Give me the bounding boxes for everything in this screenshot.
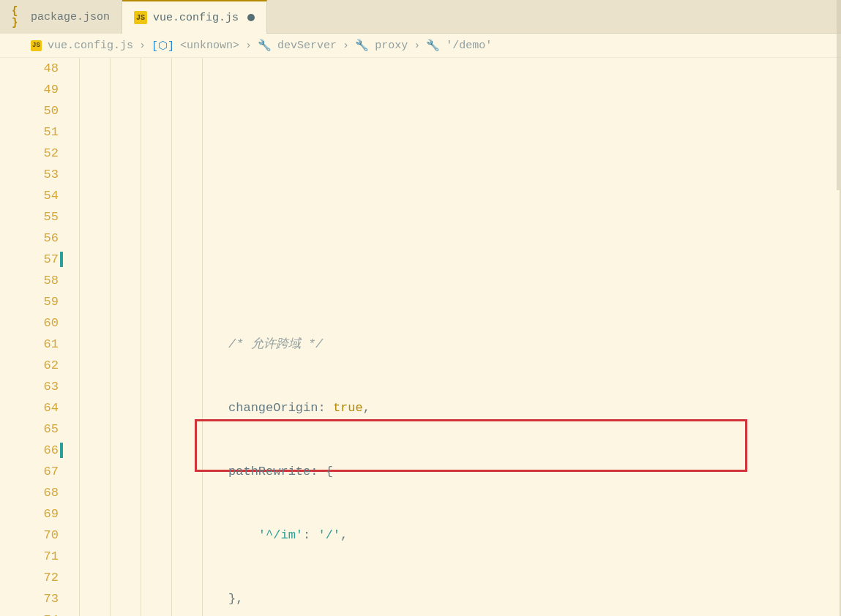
line-number: 69 [0,503,59,525]
code-line[interactable]: changeOrigin: true, [79,397,841,418]
line-number: 71 [0,546,59,567]
line-number: 65 [0,418,59,440]
line-number: 56 [0,228,59,249]
line-number: 60 [0,312,59,334]
chevron-right-icon: › [343,40,349,52]
code-area[interactable]: /* 允许跨域 */ changeOrigin: true, pathRewri… [70,58,841,616]
breadcrumb-seg[interactable]: devServer [277,40,337,52]
line-number: 68 [0,482,59,503]
line-number: 67 [0,461,59,482]
line-number: 53 [0,164,59,185]
line-number: 73 [0,588,59,609]
chevron-right-icon: › [245,40,252,52]
line-number: 61 [0,334,59,355]
tab-vue-config[interactable]: JS vue.config.js [122,0,267,34]
module-icon: [⬡] [152,39,174,53]
wrench-icon: 🔧 [355,39,369,53]
chevron-right-icon: › [139,40,146,52]
line-number: 72 [0,567,59,588]
js-icon: JS [134,11,147,24]
chevron-right-icon: › [414,40,420,52]
line-number: 58 [0,270,59,291]
line-number: 55 [0,206,59,228]
tabs-bar: { } package.json JS vue.config.js [0,0,841,34]
breadcrumb-file[interactable]: vue.config.js [48,40,133,52]
line-number: 49 [0,79,59,100]
breadcrumb[interactable]: JS vue.config.js › [⬡] <unknown> › 🔧 dev… [0,34,841,58]
line-number: 70 [0,525,59,546]
tab-modified-indicator-icon [247,14,255,21]
editor: 48 49 50 51 52 53 54 55 56 57 58 59 60 6… [0,58,841,616]
code-line[interactable]: }, [79,588,841,609]
code-line[interactable]: /* 允许跨域 */ [79,334,841,355]
line-number: 63 [0,376,59,397]
line-number: 50 [0,100,59,121]
json-icon: { } [12,10,25,23]
code-line[interactable]: '^/im': '/', [79,525,841,546]
wrench-icon: 🔧 [426,39,440,53]
tab-package-json[interactable]: { } package.json [0,0,122,34]
line-number: 48 [0,58,59,79]
tab-label: package.json [31,11,110,23]
breadcrumb-seg[interactable]: <unknown> [180,40,239,52]
line-number: 62 [0,355,59,376]
line-number: 66 [0,440,59,461]
line-number: 51 [0,121,59,143]
line-number: 57 [0,249,59,270]
wrench-icon: 🔧 [258,39,272,53]
line-number: 74 [0,609,59,616]
breadcrumb-seg[interactable]: proxy [375,40,408,52]
line-number: 64 [0,397,59,418]
breadcrumb-seg[interactable]: '/demo' [446,40,492,52]
js-icon: JS [31,40,42,51]
line-number-gutter: 48 49 50 51 52 53 54 55 56 57 58 59 60 6… [0,58,70,616]
line-number: 54 [0,185,59,206]
tab-label: vue.config.js [153,12,239,24]
code-line[interactable]: pathRewrite: { [79,461,841,482]
line-number: 52 [0,143,59,164]
line-number: 59 [0,291,59,312]
